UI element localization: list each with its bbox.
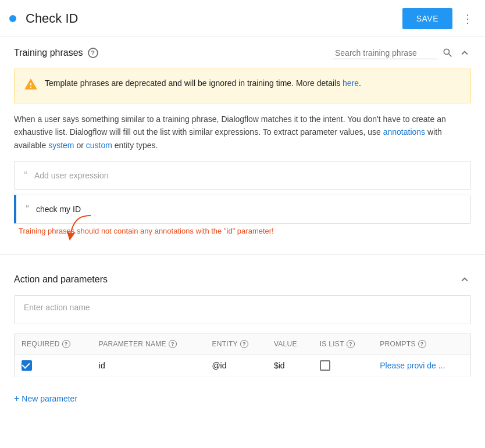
search-input[interactable] [333, 47, 437, 59]
new-parameter-link[interactable]: + New parameter [14, 393, 77, 404]
system-link[interactable]: system [48, 141, 74, 150]
param-name-value: id [99, 361, 105, 370]
section-header: Training phrases ? [14, 46, 471, 59]
table-body: id @id $id Please provi de ... [15, 354, 471, 377]
required-help-icon[interactable]: ? [62, 340, 70, 348]
expression-placeholder: Add user expression [34, 171, 109, 180]
action-name-placeholder: Enter action name [24, 303, 90, 312]
custom-link[interactable]: custom [86, 141, 112, 150]
more-options-icon[interactable]: ⋮ [459, 9, 476, 28]
value-value: $id [274, 361, 285, 370]
training-phrases-help-icon[interactable]: ? [88, 48, 98, 58]
training-phrases-section: Training phrases ? Template phra [0, 37, 485, 249]
action-name-box[interactable]: Enter action name [14, 295, 471, 324]
action-parameters-section: Action and parameters Enter action name … [0, 264, 485, 386]
new-parameter-label: New parameter [22, 394, 77, 403]
quote-icon: “ [24, 170, 27, 182]
annotations-link[interactable]: annotations [383, 127, 425, 137]
th-value: VALUE [267, 334, 313, 354]
collapse-icon[interactable] [458, 46, 471, 59]
table-row: id @id $id Please provi de ... [15, 354, 471, 377]
description-text: When a user says something similar to a … [14, 113, 471, 152]
here-link[interactable]: here [343, 78, 359, 88]
required-checkbox[interactable] [22, 360, 32, 371]
th-parameter-name: PARAMETER NAME ? [92, 334, 205, 354]
th-entity: ENTITY ? [205, 334, 266, 354]
warning-banner: Template phrases are deprecated and will… [14, 69, 471, 103]
is-list-cell [313, 354, 373, 377]
prompts-cell: Please provi de ... [373, 354, 470, 377]
th-prompts: PROMPTS ? [373, 334, 470, 354]
divider [0, 254, 485, 255]
new-parameter-row: + New parameter [0, 386, 485, 411]
phrase-warning-text: Training phrases should not contain any … [19, 227, 274, 235]
top-bar: Check ID SAVE ⋮ [0, 0, 485, 37]
title-group: Training phrases ? [14, 48, 98, 58]
save-button[interactable]: SAVE [402, 8, 452, 29]
action-header: Action and parameters [14, 273, 471, 286]
page-title: Check ID [26, 11, 402, 26]
th-required: REQUIRED ? [15, 334, 92, 354]
annotation-arrow-icon [67, 213, 105, 242]
header-row: REQUIRED ? PARAMETER NAME ? ENTITY ? [15, 334, 471, 354]
phrase-quote-icon: “ [26, 203, 29, 216]
param-name-help-icon[interactable]: ? [169, 340, 177, 348]
warning-triangle-icon [24, 77, 38, 95]
warning-text: Template phrases are deprecated and will… [45, 77, 361, 89]
status-dot [9, 15, 16, 22]
parameters-table: REQUIRED ? PARAMETER NAME ? ENTITY ? [14, 334, 471, 377]
param-name-cell: id [92, 354, 205, 377]
required-cell [15, 354, 92, 377]
prompts-help-icon[interactable]: ? [418, 340, 426, 348]
add-expression-box[interactable]: “ Add user expression [14, 161, 471, 190]
search-area [333, 46, 471, 59]
search-icon[interactable] [442, 47, 454, 59]
table-header: REQUIRED ? PARAMETER NAME ? ENTITY ? [15, 334, 471, 354]
entity-cell: @id [205, 354, 266, 377]
value-cell: $id [267, 354, 313, 377]
entity-help-icon[interactable]: ? [240, 340, 248, 348]
plus-icon: + [14, 393, 19, 404]
phrase-row[interactable]: “ check my ID [14, 195, 471, 224]
prompts-link[interactable]: Please provi de ... [380, 361, 445, 370]
entity-value: @id [212, 361, 226, 370]
th-is-list: IS LIST ? [313, 334, 373, 354]
action-collapse-icon[interactable] [458, 273, 471, 286]
action-parameters-title: Action and parameters [14, 274, 108, 285]
training-phrases-title: Training phrases [14, 48, 83, 58]
islist-help-icon[interactable]: ? [347, 340, 355, 348]
is-list-checkbox[interactable] [320, 360, 330, 371]
